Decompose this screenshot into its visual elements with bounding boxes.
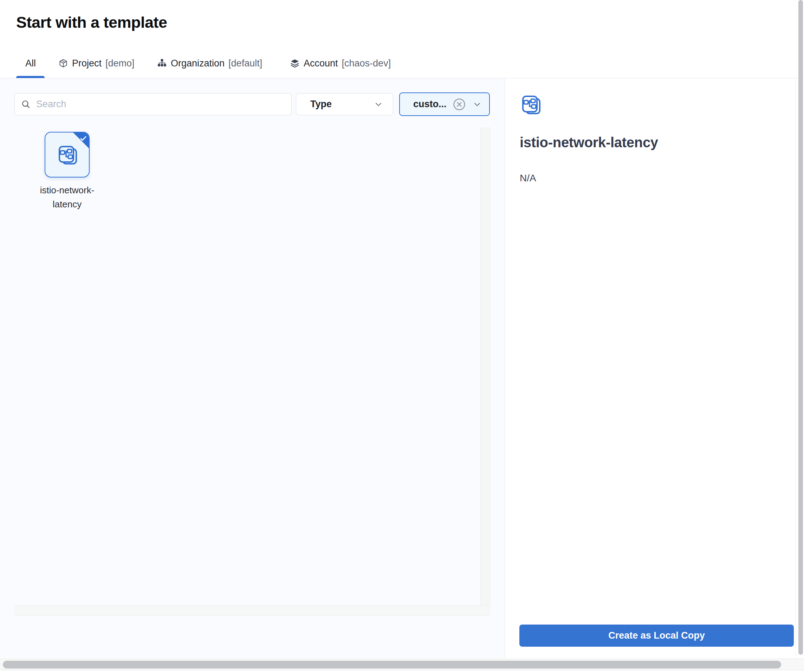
template-tile xyxy=(45,132,90,178)
sitemap-icon xyxy=(157,58,167,68)
template-detail-description: N/A xyxy=(520,173,536,184)
tab-project-scope: [demo] xyxy=(105,58,135,69)
tab-organization-label: Organization xyxy=(171,58,224,69)
tab-project-label: Project xyxy=(72,58,101,69)
tab-all-label: All xyxy=(25,58,36,69)
list-vertical-scrollbar-track[interactable] xyxy=(480,127,490,606)
search-icon xyxy=(21,100,31,109)
tab-account-scope: [chaos-dev] xyxy=(342,58,391,69)
template-list-panel: Type custo... xyxy=(0,78,505,658)
active-filter-dropdown[interactable]: custo... xyxy=(399,92,490,116)
layers-icon xyxy=(290,58,300,68)
type-filter-dropdown[interactable]: Type xyxy=(296,93,393,115)
type-filter-label: Type xyxy=(310,99,373,110)
active-filter-label: custo... xyxy=(413,99,447,110)
list-horizontal-scrollbar-track[interactable] xyxy=(15,606,490,616)
template-card-istio-network-latency[interactable]: istio-network-latency xyxy=(32,132,102,211)
page-horizontal-scrollbar-thumb[interactable] xyxy=(3,661,781,669)
template-detail-title: istio-network-latency xyxy=(520,135,658,150)
chevron-down-icon xyxy=(472,99,482,110)
tab-organization[interactable]: Organization [default] xyxy=(157,56,262,71)
check-icon xyxy=(79,134,88,143)
tab-project[interactable]: Project [demo] xyxy=(58,56,135,71)
create-as-local-copy-button[interactable]: Create as Local Copy xyxy=(520,625,794,647)
page-title: Start with a template xyxy=(16,13,167,32)
clear-filter-icon[interactable] xyxy=(452,97,466,111)
chevron-down-icon xyxy=(373,99,384,110)
page-vertical-scrollbar-thumb[interactable] xyxy=(798,0,803,655)
create-as-local-copy-label: Create as Local Copy xyxy=(608,630,705,641)
tab-all[interactable]: All xyxy=(25,56,36,71)
template-details-panel: istio-network-latency N/A Create as Loca… xyxy=(505,78,796,658)
tab-account[interactable]: Account [chaos-dev] xyxy=(290,56,391,71)
search-input[interactable] xyxy=(36,99,285,110)
template-card-label: istio-network-latency xyxy=(32,183,102,211)
tab-organization-scope: [default] xyxy=(229,58,262,69)
page-horizontal-scrollbar-track[interactable] xyxy=(0,659,804,670)
tab-account-label: Account xyxy=(304,58,338,69)
template-icon xyxy=(521,95,541,115)
cube-icon xyxy=(58,58,68,68)
start-with-template-dialog: Start with a template All Project [demo]… xyxy=(0,0,804,672)
search-box xyxy=(15,93,292,115)
